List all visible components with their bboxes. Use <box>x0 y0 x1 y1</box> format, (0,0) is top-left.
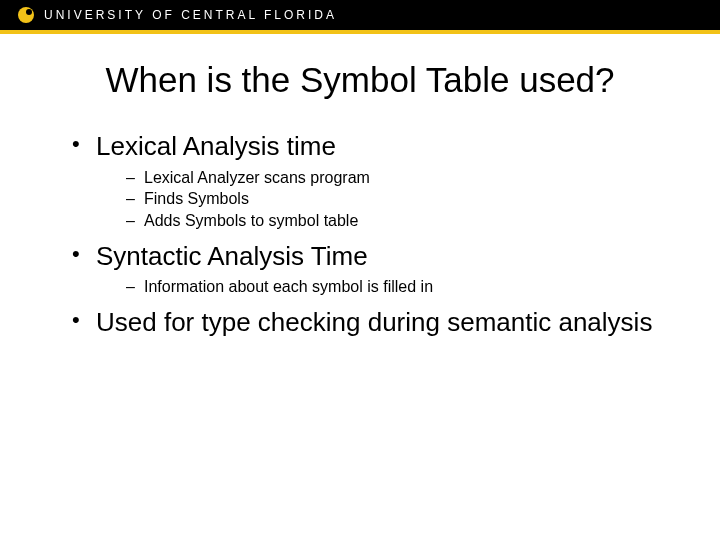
bullet-text: Lexical Analyzer scans program <box>144 169 370 186</box>
slide-title: When is the Symbol Table used? <box>48 60 672 100</box>
bullet-text: Used for type checking during semantic a… <box>96 307 652 337</box>
sub-list: Lexical Analyzer scans program Finds Sym… <box>96 167 672 232</box>
list-item: Lexical Analysis time Lexical Analyzer s… <box>72 130 672 231</box>
list-item: Used for type checking during semantic a… <box>72 306 672 339</box>
header-bar: UNIVERSITY OF CENTRAL FLORIDA <box>0 0 720 30</box>
ucf-logo-icon <box>18 7 34 23</box>
sub-list: Information about each symbol is filled … <box>96 276 672 298</box>
org-name: UNIVERSITY OF CENTRAL FLORIDA <box>44 8 337 22</box>
list-item: Finds Symbols <box>126 188 672 210</box>
slide-content: When is the Symbol Table used? Lexical A… <box>0 34 720 338</box>
bullet-text: Syntactic Analysis Time <box>96 241 368 271</box>
bullet-list: Lexical Analysis time Lexical Analyzer s… <box>48 130 672 338</box>
list-item: Lexical Analyzer scans program <box>126 167 672 189</box>
list-item: Information about each symbol is filled … <box>126 276 672 298</box>
bullet-text: Information about each symbol is filled … <box>144 278 433 295</box>
list-item: Adds Symbols to symbol table <box>126 210 672 232</box>
bullet-text: Finds Symbols <box>144 190 249 207</box>
list-item: Syntactic Analysis Time Information abou… <box>72 240 672 298</box>
bullet-text: Lexical Analysis time <box>96 131 336 161</box>
bullet-text: Adds Symbols to symbol table <box>144 212 358 229</box>
slide: UNIVERSITY OF CENTRAL FLORIDA When is th… <box>0 0 720 540</box>
